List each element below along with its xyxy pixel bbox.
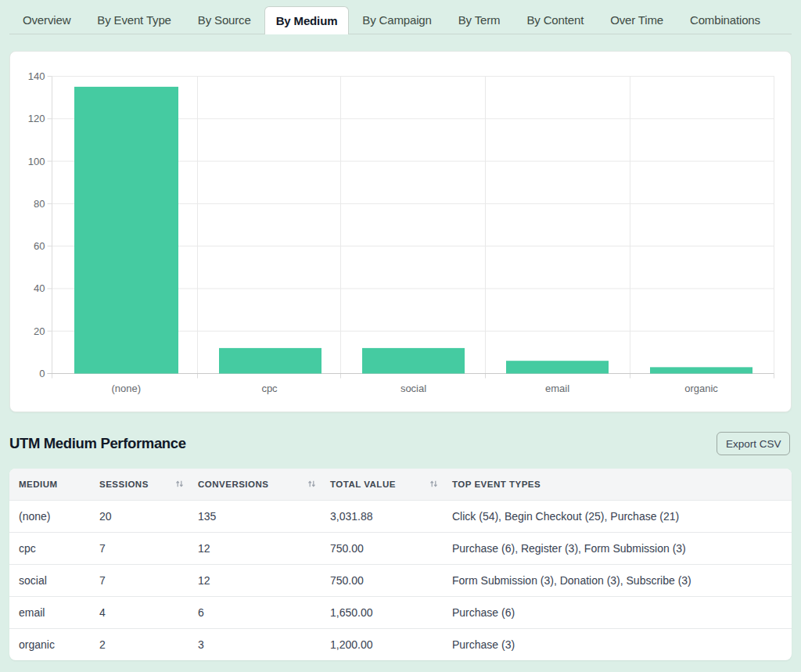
svg-text:20: 20 xyxy=(34,325,45,337)
svg-text:60: 60 xyxy=(34,240,45,252)
svg-text:40: 40 xyxy=(34,282,45,294)
svg-text:140: 140 xyxy=(28,70,45,82)
svg-text:organic: organic xyxy=(684,383,718,394)
svg-text:100: 100 xyxy=(28,156,45,167)
svg-text:email: email xyxy=(545,383,569,394)
svg-text:0: 0 xyxy=(39,368,45,379)
svg-text:80: 80 xyxy=(34,198,45,210)
svg-text:social: social xyxy=(400,383,426,394)
svg-text:(none): (none) xyxy=(112,383,142,394)
svg-text:120: 120 xyxy=(28,113,45,124)
svg-text:cpc: cpc xyxy=(261,383,278,394)
